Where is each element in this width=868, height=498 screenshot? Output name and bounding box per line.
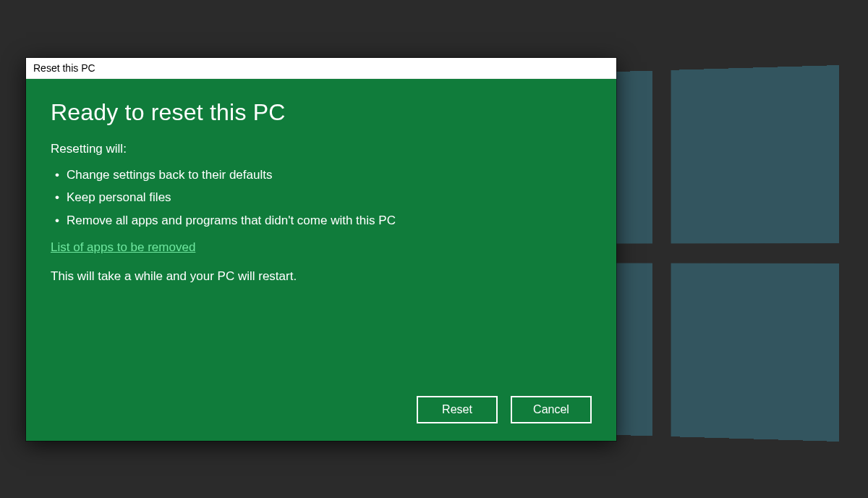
windows-logo-pane [671, 65, 839, 243]
dialog-subheading: Resetting will: [51, 142, 592, 156]
list-item: Change settings back to their defaults [51, 164, 592, 186]
apps-to-remove-link[interactable]: List of apps to be removed [51, 240, 592, 255]
dialog-body: Ready to reset this PC Resetting will: C… [26, 79, 616, 441]
reset-button[interactable]: Reset [417, 396, 498, 423]
dialog-title: Reset this PC [33, 62, 95, 74]
dialog-button-row: Reset Cancel [51, 389, 592, 423]
dialog-heading: Ready to reset this PC [51, 99, 592, 126]
reset-pc-dialog: Reset this PC Ready to reset this PC Res… [26, 58, 616, 441]
windows-logo-pane [671, 263, 839, 442]
list-item: Remove all apps and programs that didn't… [51, 209, 592, 232]
list-item: Keep personal files [51, 186, 592, 208]
reset-bullet-list: Change settings back to their defaults K… [51, 164, 592, 232]
dialog-titlebar[interactable]: Reset this PC [26, 58, 616, 79]
restart-note: This will take a while and your PC will … [51, 269, 592, 284]
cancel-button[interactable]: Cancel [511, 396, 592, 423]
spacer [51, 298, 592, 389]
